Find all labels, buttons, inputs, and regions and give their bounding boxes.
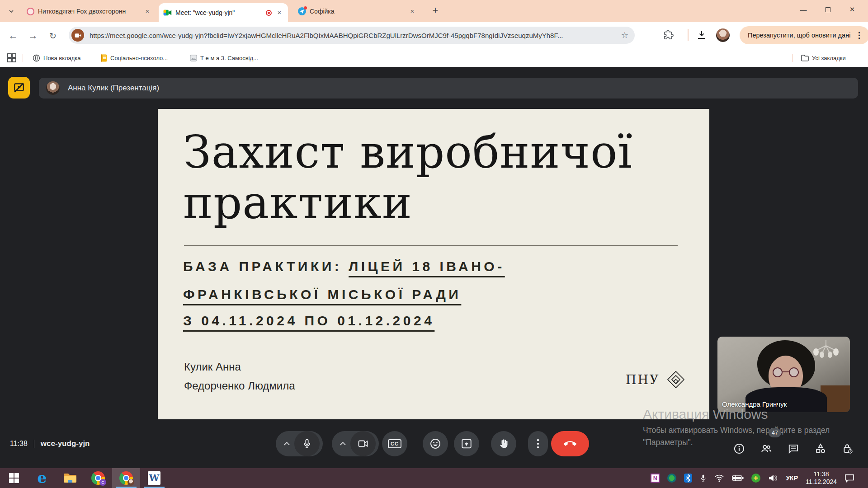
videocam-icon bbox=[358, 438, 368, 449]
bookmark-social-psych[interactable]: Соціально-психоло... bbox=[100, 53, 168, 63]
battery-tray-icon[interactable] bbox=[732, 475, 744, 481]
captions-button[interactable]: CC bbox=[382, 431, 407, 456]
mute-microphone-button[interactable] bbox=[294, 431, 320, 456]
window-minimize-button[interactable]: — bbox=[793, 0, 814, 19]
back-button[interactable]: ← bbox=[5, 28, 21, 43]
tab-meet-active[interactable]: Meet: "wce-yudg-yjn" × bbox=[159, 3, 288, 22]
browser-tab-strip: Нитковдягач Fox двохсторонн × Meet: "wce… bbox=[0, 0, 868, 22]
activities-icon bbox=[815, 443, 826, 455]
downloads-button[interactable] bbox=[696, 29, 707, 40]
window-close-button[interactable]: ✕ bbox=[842, 0, 863, 19]
volume-tray-icon[interactable] bbox=[768, 474, 778, 482]
clock-date: 11.12.2024 bbox=[806, 478, 837, 486]
chrome-profile1-button[interactable]: C bbox=[84, 468, 112, 488]
tab-fox-threader[interactable]: Нитковдягач Fox двохсторонн × bbox=[22, 4, 156, 19]
participants-button[interactable] bbox=[757, 440, 775, 458]
practice-dates-text: З 04.11.2024 ПО 01.12.2024 bbox=[183, 313, 434, 328]
bookmark-tema3[interactable]: Т е м а 3. Самосвід... bbox=[190, 53, 258, 63]
start-button[interactable] bbox=[0, 468, 28, 488]
camera-control[interactable] bbox=[332, 431, 379, 456]
presenter-banner: Анна Кулик (Презентація) bbox=[39, 78, 858, 99]
microphone-tray-icon[interactable] bbox=[700, 474, 707, 483]
windows-taskbar: e C W N bbox=[0, 468, 868, 488]
reload-button[interactable]: ↻ bbox=[45, 28, 61, 43]
presentation-off-icon bbox=[13, 82, 25, 94]
turn-off-camera-button[interactable] bbox=[350, 431, 376, 456]
reactions-button[interactable] bbox=[423, 431, 448, 456]
apps-grid-button[interactable] bbox=[7, 53, 16, 62]
onenote-tray-icon[interactable]: N bbox=[651, 474, 660, 483]
windows-logo-icon bbox=[9, 473, 19, 483]
close-tab-icon[interactable]: × bbox=[408, 7, 416, 15]
windows-activation-watermark-title: Активация Windows bbox=[643, 407, 768, 422]
url-text[interactable]: https://meet.google.com/wce-yudg-yjn?fbc… bbox=[90, 32, 615, 39]
mic-control[interactable] bbox=[276, 431, 323, 456]
word-button[interactable]: W bbox=[140, 468, 168, 488]
leave-call-button[interactable] bbox=[551, 431, 589, 456]
people-icon bbox=[760, 443, 773, 455]
restart-to-update-button[interactable]: Перезапустити, щоб оновити дані ⋮ bbox=[740, 26, 868, 44]
apps-grid-icon bbox=[7, 53, 16, 62]
bookmark-star-icon[interactable]: ☆ bbox=[621, 30, 628, 40]
globe-icon bbox=[33, 54, 40, 62]
presentation-warning-tile[interactable] bbox=[8, 77, 30, 99]
host-controls-button[interactable] bbox=[839, 440, 857, 458]
browser-menu-icon[interactable]: ⋮ bbox=[855, 30, 863, 40]
forward-button[interactable]: → bbox=[25, 28, 41, 43]
window-maximize-button[interactable] bbox=[817, 0, 838, 19]
edge-button[interactable]: e bbox=[28, 468, 56, 488]
slide-title: Захист виробничої практики bbox=[183, 127, 689, 228]
tab-title: Нитковдягач Fox двохсторонн bbox=[38, 8, 140, 15]
more-options-button[interactable] bbox=[528, 431, 548, 456]
status-divider bbox=[34, 440, 34, 448]
updater-tray-icon[interactable] bbox=[667, 474, 676, 483]
new-tab-button[interactable]: + bbox=[429, 4, 442, 17]
camera-options-chevron[interactable] bbox=[335, 441, 350, 446]
extensions-button[interactable] bbox=[664, 30, 674, 40]
microphone-icon bbox=[302, 438, 312, 449]
close-tab-icon[interactable]: × bbox=[275, 9, 283, 17]
all-bookmarks-label: Усі закладки bbox=[812, 55, 846, 61]
mic-options-chevron[interactable] bbox=[279, 441, 294, 446]
presenter-name: Анна Кулик (Презентація) bbox=[68, 84, 159, 93]
meeting-details-button[interactable] bbox=[730, 440, 748, 458]
chrome-active-button[interactable] bbox=[112, 468, 140, 488]
meeting-status: 11:38 wce-yudg-yjn bbox=[10, 439, 90, 448]
action-center-icon[interactable] bbox=[844, 474, 854, 483]
slide-authors: Кулик Анна Федорченко Людмила bbox=[184, 357, 295, 395]
antivirus-tray-icon[interactable] bbox=[751, 474, 760, 483]
participants-count-badge: 47 bbox=[769, 428, 781, 437]
call-end-icon bbox=[564, 437, 576, 450]
picture-icon bbox=[190, 55, 197, 61]
close-tab-icon[interactable]: × bbox=[143, 7, 151, 15]
puzzle-icon bbox=[664, 30, 674, 40]
author-1: Кулик Анна bbox=[184, 357, 295, 376]
wifi-tray-icon[interactable] bbox=[714, 474, 724, 482]
browser-toolbar: ← → ↻ https://meet.google.com/wce-yudg-y… bbox=[0, 22, 868, 49]
bookmark-new-tab[interactable]: Нова вкладка bbox=[33, 53, 81, 63]
telegram-favicon bbox=[298, 7, 306, 15]
cc-icon: CC bbox=[388, 439, 401, 448]
participant-video-tile[interactable]: Олександра Гринчук bbox=[717, 337, 850, 412]
address-bar[interactable]: https://meet.google.com/wce-yudg-yjn?fbc… bbox=[69, 27, 635, 44]
bluetooth-tray-icon[interactable] bbox=[684, 474, 692, 483]
profile-avatar[interactable] bbox=[716, 28, 730, 42]
camera-in-use-icon[interactable] bbox=[71, 29, 84, 42]
present-now-button[interactable] bbox=[454, 431, 479, 456]
file-explorer-button[interactable] bbox=[56, 468, 84, 488]
language-indicator[interactable]: УКР bbox=[786, 474, 798, 482]
taskbar-clock[interactable]: 11:38 11.12.2024 bbox=[806, 470, 837, 486]
raise-hand-button[interactable] bbox=[491, 431, 516, 456]
chat-button[interactable] bbox=[784, 440, 802, 458]
bookmarks-bar: Нова вкладка Соціально-психоло... Т е м … bbox=[0, 49, 868, 67]
activities-button[interactable] bbox=[811, 440, 830, 458]
all-bookmarks-button[interactable]: Усі закладки bbox=[801, 53, 846, 63]
clock-time: 11:38 bbox=[806, 470, 837, 478]
tab-telegram-sofiika[interactable]: Софійка × bbox=[293, 4, 421, 19]
folder-icon bbox=[63, 473, 77, 483]
notebook-icon bbox=[100, 54, 107, 62]
tab-search-chevron-button[interactable] bbox=[5, 5, 17, 17]
tab-title: Meet: "wce-yudg-yjn" bbox=[175, 9, 262, 16]
restart-label: Перезапустити, щоб оновити дані bbox=[748, 32, 850, 39]
slide-title-line1: Захист виробничої bbox=[183, 127, 689, 178]
